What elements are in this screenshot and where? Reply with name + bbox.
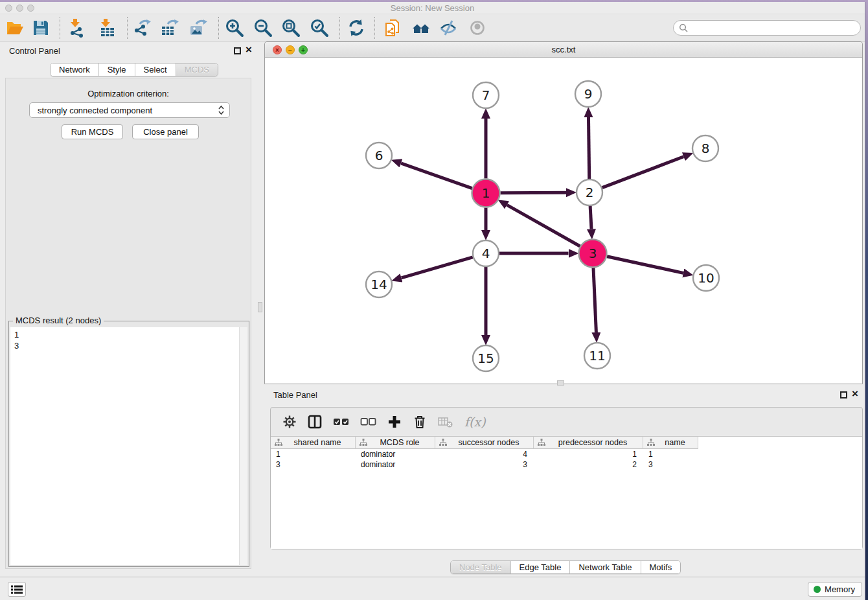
graph-edge-1-6[interactable] [401, 163, 472, 189]
graph-edge-3-10[interactable] [607, 257, 683, 273]
table-cell[interactable]: 3 [435, 459, 534, 470]
tab-edge-table[interactable]: Edge Table [510, 561, 570, 573]
import-network-icon[interactable] [67, 18, 87, 38]
vertical-splitter-handle[interactable] [258, 302, 262, 312]
table-cell[interactable]: 3 [643, 459, 698, 470]
criterion-dropdown[interactable]: strongly connected component [29, 102, 230, 118]
column-header-successor-nodes[interactable]: successor nodes [435, 437, 534, 449]
column-layout-icon[interactable] [308, 415, 322, 429]
close-panel-button[interactable]: Close panel [132, 124, 199, 139]
control-panel: Control Panel × Network Style Select MCD… [0, 41, 257, 577]
desktop: Session: New Session [0, 0, 868, 600]
export-image-icon[interactable] [188, 18, 208, 38]
control-panel-tabs: Network Style Select MCDS [50, 63, 218, 76]
graph-node-label: 11 [589, 348, 605, 363]
tab-motifs[interactable]: Motifs [641, 561, 681, 573]
run-mcds-button[interactable]: Run MCDS [62, 124, 123, 139]
network-canvas[interactable]: 7968124314101511 [265, 58, 862, 384]
zoom-fit-icon[interactable] [281, 18, 301, 38]
column-header-predecessor-nodes[interactable]: predecessor nodes [534, 437, 643, 449]
table-settings-gear-icon[interactable] [282, 415, 297, 429]
tab-network[interactable]: Network [51, 63, 98, 76]
search-input[interactable] [691, 23, 860, 33]
export-table-icon[interactable] [160, 18, 179, 38]
table-cell[interactable]: 1 [534, 449, 643, 459]
graph-node-label: 2 [586, 185, 594, 200]
refresh-layout-icon[interactable] [347, 18, 366, 38]
function-builder-icon: f(x) [464, 415, 486, 429]
create-column-plus-icon[interactable] [387, 415, 402, 429]
close-panel-icon[interactable]: × [246, 43, 252, 56]
control-panel-title: Control Panel [9, 46, 60, 56]
first-neighbors-icon[interactable] [411, 18, 431, 38]
tab-network-table[interactable]: Network Table [569, 561, 640, 573]
tab-select[interactable]: Select [135, 63, 176, 76]
graph-node-label: 9 [584, 86, 593, 102]
table-row[interactable]: 1dominator411 [271, 449, 698, 459]
graph-edge-1-2[interactable] [500, 192, 566, 193]
float-table-panel-icon[interactable] [840, 391, 847, 398]
network-window: × − + scc.txt 7968124314101511 [264, 41, 863, 384]
table-cell[interactable]: dominator [356, 449, 435, 459]
graph-edge-2-9[interactable] [588, 117, 589, 179]
tab-mcds[interactable]: MCDS [176, 63, 218, 76]
table-cell[interactable]: 2 [534, 459, 643, 470]
graph-node-label: 6 [375, 148, 383, 163]
table-cell[interactable]: dominator [356, 459, 435, 470]
zoom-selected-icon[interactable] [310, 18, 329, 38]
table-cell[interactable]: 4 [435, 449, 534, 459]
import-table-icon[interactable] [98, 18, 117, 38]
table-cell[interactable]: 1 [643, 449, 698, 459]
deselect-all-columns-icon[interactable] [360, 415, 376, 428]
toolbar-separator [339, 17, 340, 39]
table-row[interactable]: 3dominator323 [271, 459, 698, 470]
graph-edge-3-1[interactable] [507, 205, 580, 246]
tab-node-table[interactable]: Node Table [451, 561, 510, 573]
table-panel-title: Table Panel [273, 390, 317, 400]
node-table[interactable]: shared nameMCDS rolesuccessor nodesprede… [271, 436, 862, 549]
memory-button[interactable]: Memory [808, 582, 862, 597]
graph-edge-3-11[interactable] [593, 268, 596, 332]
zoom-in-icon[interactable] [225, 18, 244, 38]
save-session-icon[interactable] [31, 18, 51, 38]
toolbar-separator [60, 17, 60, 39]
graph-edge-2-3[interactable] [590, 206, 591, 229]
table-header-row: shared nameMCDS rolesuccessor nodesprede… [271, 437, 698, 449]
column-header-shared-name[interactable]: shared name [271, 437, 356, 449]
list-icon [11, 585, 23, 594]
delete-column-trash-icon[interactable] [413, 415, 427, 429]
result-scrollbar[interactable] [239, 327, 247, 565]
criterion-dropdown-value: strongly connected component [38, 106, 218, 115]
open-file-icon[interactable] [5, 18, 25, 38]
toolbar-separator [374, 17, 375, 39]
hide-selected-icon[interactable] [439, 18, 458, 38]
task-history-button[interactable] [8, 582, 26, 597]
search-field[interactable] [673, 20, 861, 36]
mcds-result-lines: 1 3 [14, 329, 19, 351]
tab-style[interactable]: Style [98, 63, 135, 76]
mcds-panel: Optimization criterion: strongly connect… [5, 78, 251, 569]
table-panel: Table Panel × f(x) [264, 386, 863, 577]
float-panel-icon[interactable] [234, 47, 241, 54]
status-bar: Memory [0, 577, 865, 600]
optimization-criterion-label: Optimization criterion: [6, 89, 251, 98]
clone-network-icon[interactable] [383, 18, 402, 38]
graph-node-label: 15 [477, 351, 494, 366]
column-header-name[interactable]: name [643, 437, 698, 449]
network-window-titlebar[interactable]: × − + scc.txt [265, 42, 862, 58]
graph-node-label: 7 [482, 87, 490, 103]
column-header-MCDS-role[interactable]: MCDS role [356, 437, 435, 449]
window-title: Session: New Session [0, 3, 865, 13]
select-all-columns-icon[interactable] [333, 415, 349, 428]
table-cell[interactable]: 3 [271, 459, 356, 470]
show-all-icon[interactable] [468, 18, 487, 38]
graph-edge-2-8[interactable] [602, 157, 684, 188]
graph-edge-4-14[interactable] [402, 257, 473, 278]
zoom-out-icon[interactable] [253, 18, 273, 38]
mcds-result-textarea[interactable]: 1 3 [10, 327, 247, 565]
horizontal-splitter-handle[interactable] [557, 380, 564, 386]
table-cell[interactable]: 1 [271, 449, 356, 459]
close-table-panel-icon[interactable]: × [852, 387, 858, 400]
export-network-icon[interactable] [132, 18, 152, 38]
graph-node-label: 8 [702, 141, 710, 156]
